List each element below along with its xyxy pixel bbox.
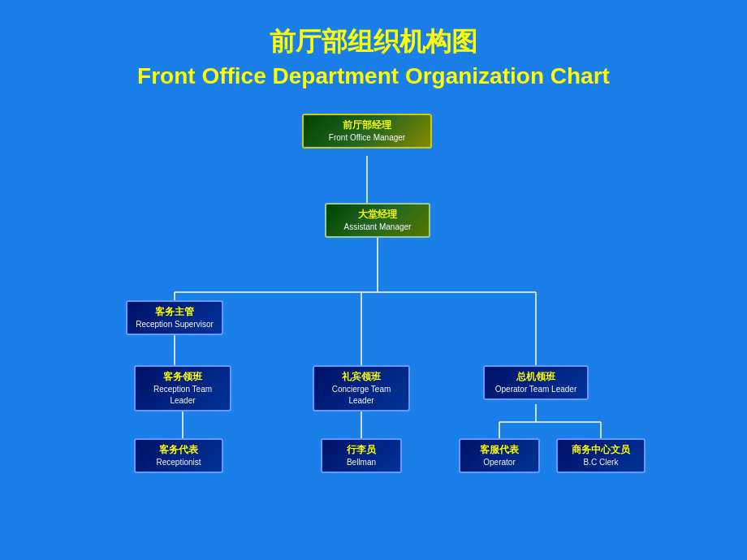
- box-front-office-manager: 前厅部经理 Front Office Manager: [302, 114, 432, 149]
- box-bc-clerk: 商务中心文员 B.C Clerk: [556, 438, 646, 473]
- ctl-en: Concierge Team Leader: [319, 384, 404, 407]
- rs-cn: 客务主管: [132, 305, 217, 319]
- connector-lines: [0, 114, 747, 560]
- title-english: Front Office Department Organization Cha…: [0, 63, 747, 89]
- fom-cn: 前厅部经理: [309, 118, 425, 132]
- rs-en: Reception Supervisor: [132, 319, 217, 330]
- box-concierge-team-leader: 礼宾领班 Concierge Team Leader: [313, 365, 410, 411]
- title-chinese: 前厅部组织机构图: [0, 24, 747, 60]
- box-operator-team-leader: 总机领班 Operator Team Leader: [483, 365, 589, 400]
- box-reception-team-leader: 客务领班 Reception Team Leader: [134, 365, 231, 411]
- rec-en: Receptionist: [140, 457, 217, 468]
- rec-cn: 客务代表: [140, 443, 217, 457]
- rtl-en: Reception Team Leader: [140, 384, 225, 407]
- am-en: Assistant Manager: [331, 222, 424, 233]
- box-assistant-manager: 大堂经理 Assistant Manager: [325, 203, 430, 238]
- title-area: 前厅部组织机构图 Front Office Department Organiz…: [0, 0, 747, 89]
- otl-en: Operator Team Leader: [490, 384, 582, 395]
- bc-en: B.C Clerk: [563, 457, 639, 468]
- box-bellman: 行李员 Bellman: [321, 438, 402, 473]
- fom-en: Front Office Manager: [309, 132, 425, 144]
- op-cn: 客服代表: [465, 443, 533, 457]
- rtl-cn: 客务领班: [140, 370, 225, 384]
- ctl-cn: 礼宾领班: [319, 370, 404, 384]
- bel-cn: 行李员: [327, 443, 395, 457]
- bc-cn: 商务中心文员: [563, 443, 639, 457]
- box-operator: 客服代表 Operator: [459, 438, 540, 473]
- box-reception-supervisor: 客务主管 Reception Supervisor: [126, 300, 223, 335]
- op-en: Operator: [465, 457, 533, 468]
- am-cn: 大堂经理: [331, 208, 424, 222]
- otl-cn: 总机领班: [490, 370, 582, 384]
- bel-en: Bellman: [327, 457, 395, 468]
- box-receptionist: 客务代表 Receptionist: [134, 438, 223, 473]
- org-chart: 前厅部经理 Front Office Manager 大堂经理 Assistan…: [0, 114, 747, 560]
